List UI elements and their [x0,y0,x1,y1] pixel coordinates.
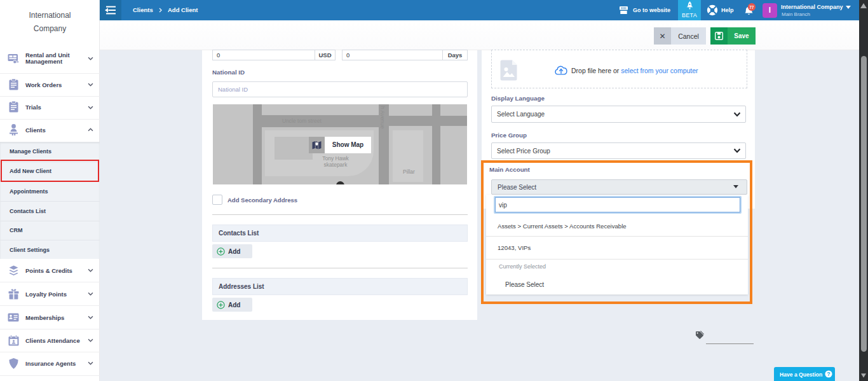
svg-text:?: ? [827,371,830,377]
